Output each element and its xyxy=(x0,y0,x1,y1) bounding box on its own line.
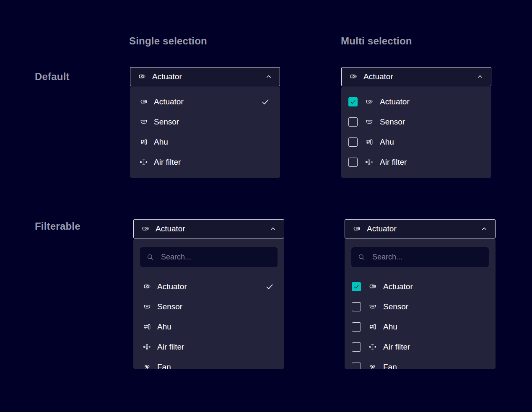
checkbox-unchecked[interactable] xyxy=(352,342,361,352)
sensor-icon xyxy=(368,303,377,311)
option-air-filter[interactable]: Air filter xyxy=(341,152,491,172)
sensor-icon xyxy=(365,118,374,127)
ahu-icon xyxy=(139,138,148,147)
chevron-up-icon[interactable] xyxy=(480,225,488,233)
option-fan[interactable]: Fan xyxy=(345,357,496,369)
actuator-icon xyxy=(138,73,146,81)
chevron-up-icon[interactable] xyxy=(476,73,484,81)
search-field[interactable] xyxy=(351,247,489,267)
air-filter-icon xyxy=(368,343,377,352)
select-default-single: Actuator ActuatorSensorAhuAir filter xyxy=(130,67,280,178)
select-dropdown-panel: ActuatorSensorAhuAir filter xyxy=(130,87,280,178)
search-icon xyxy=(146,253,155,262)
option-label: Actuator xyxy=(157,282,259,291)
option-label: Sensor xyxy=(380,117,481,127)
checkbox-unchecked[interactable] xyxy=(352,302,361,311)
checkbox-unchecked[interactable] xyxy=(352,322,361,332)
search-input[interactable] xyxy=(160,252,272,262)
ahu-icon xyxy=(368,323,377,332)
actuator-icon xyxy=(368,282,377,291)
option-label: Ahu xyxy=(383,322,485,332)
row-header-default: Default xyxy=(35,71,70,83)
option-air-filter[interactable]: Air filter xyxy=(345,337,496,357)
ahu-icon xyxy=(143,323,151,332)
column-header-single-selection: Single selection xyxy=(129,35,207,47)
option-actuator[interactable]: Actuator xyxy=(345,277,496,297)
option-fan[interactable]: Fan xyxy=(133,357,284,369)
option-sensor[interactable]: Sensor xyxy=(133,297,284,317)
chevron-up-icon[interactable] xyxy=(265,73,273,81)
fan-icon xyxy=(368,363,377,369)
options-list: ActuatorSensorAhuAir filterFan xyxy=(345,277,496,369)
ahu-icon xyxy=(365,138,374,147)
search-icon xyxy=(357,253,366,262)
options-list: ActuatorSensorAhuAir filterFan xyxy=(133,277,284,369)
checkbox-checked[interactable] xyxy=(352,282,361,291)
options-list: ActuatorSensorAhuAir filter xyxy=(341,92,491,172)
option-label: Sensor xyxy=(154,117,270,127)
select-default-multi: Actuator ActuatorSensorAhuAir filter xyxy=(341,67,491,178)
component-demo-page: Single selection Multi selection Default… xyxy=(0,0,532,412)
select-filterable-multi: Actuator ActuatorSensorAhuAir filterFan xyxy=(345,219,496,369)
select-trigger[interactable]: Actuator xyxy=(130,67,280,86)
select-dropdown-panel: ActuatorSensorAhuAir filterFan xyxy=(345,239,496,369)
select-filterable-single: Actuator ActuatorSensorAhuAir filterFan xyxy=(133,219,284,369)
actuator-icon xyxy=(352,225,361,233)
option-label: Air filter xyxy=(383,342,485,352)
row-header-filterable: Filterable xyxy=(35,220,80,232)
checkmark-icon xyxy=(261,97,270,106)
option-label: Air filter xyxy=(157,342,274,352)
checkbox-unchecked[interactable] xyxy=(348,158,358,167)
option-ahu[interactable]: Ahu xyxy=(130,132,280,152)
option-air-filter[interactable]: Air filter xyxy=(133,337,284,357)
air-filter-icon xyxy=(139,158,148,167)
option-sensor[interactable]: Sensor xyxy=(130,112,280,132)
column-header-multi-selection: Multi selection xyxy=(341,35,412,47)
select-dropdown-panel: ActuatorSensorAhuAir filter xyxy=(341,87,491,178)
option-ahu[interactable]: Ahu xyxy=(345,317,496,337)
checkbox-checked[interactable] xyxy=(348,97,358,106)
options-list: ActuatorSensorAhuAir filter xyxy=(130,92,280,172)
sensor-icon xyxy=(143,303,151,311)
air-filter-icon xyxy=(365,158,374,167)
option-label: Air filter xyxy=(380,158,481,167)
actuator-icon xyxy=(349,73,358,81)
option-sensor[interactable]: Sensor xyxy=(341,112,491,132)
option-sensor[interactable]: Sensor xyxy=(345,297,496,317)
sensor-icon xyxy=(139,118,148,127)
checkbox-unchecked[interactable] xyxy=(348,117,358,127)
option-label: Sensor xyxy=(157,302,274,311)
checkmark-icon xyxy=(265,282,274,291)
fan-icon xyxy=(143,363,151,369)
option-label: Actuator xyxy=(383,282,485,291)
option-label: Ahu xyxy=(154,137,270,147)
option-label: Ahu xyxy=(157,322,274,332)
option-ahu[interactable]: Ahu xyxy=(133,317,284,337)
actuator-icon xyxy=(365,98,374,106)
search-input[interactable] xyxy=(371,252,483,262)
select-value: Actuator xyxy=(156,224,263,233)
actuator-icon xyxy=(139,98,148,106)
option-label: Fan xyxy=(157,363,274,369)
actuator-icon xyxy=(141,225,150,233)
option-ahu[interactable]: Ahu xyxy=(341,132,491,152)
option-label: Actuator xyxy=(154,97,255,106)
select-trigger[interactable]: Actuator xyxy=(133,219,284,238)
option-label: Fan xyxy=(383,363,485,369)
chevron-up-icon[interactable] xyxy=(269,225,277,233)
option-actuator[interactable]: Actuator xyxy=(133,277,284,297)
checkbox-unchecked[interactable] xyxy=(348,137,358,147)
select-value: Actuator xyxy=(363,72,470,81)
option-label: Ahu xyxy=(380,137,481,147)
search-field[interactable] xyxy=(140,247,278,267)
option-actuator[interactable]: Actuator xyxy=(341,92,491,112)
select-trigger[interactable]: Actuator xyxy=(345,219,496,238)
checkbox-unchecked[interactable] xyxy=(352,363,361,369)
select-dropdown-panel: ActuatorSensorAhuAir filterFan xyxy=(133,239,284,369)
select-value: Actuator xyxy=(152,72,259,81)
option-actuator[interactable]: Actuator xyxy=(130,92,280,112)
select-trigger[interactable]: Actuator xyxy=(341,67,491,86)
air-filter-icon xyxy=(143,343,151,352)
actuator-icon xyxy=(143,282,151,291)
option-air-filter[interactable]: Air filter xyxy=(130,152,280,172)
